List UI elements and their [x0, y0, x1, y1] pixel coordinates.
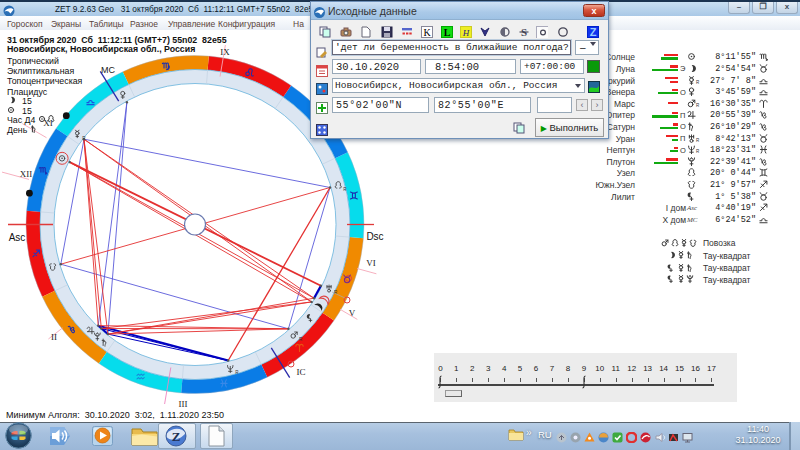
- svg-text:V: V: [349, 308, 356, 318]
- svg-text:Asc: Asc: [9, 232, 26, 243]
- svg-text:Z: Z: [172, 429, 181, 444]
- svg-text:K: K: [423, 27, 431, 38]
- svg-text:VI: VI: [366, 258, 376, 268]
- svg-text:МС: МС: [101, 65, 115, 75]
- svg-text:XII: XII: [20, 169, 33, 179]
- svg-text:IX: IX: [220, 47, 230, 57]
- svg-text:Z: Z: [590, 26, 597, 38]
- svg-text:II: II: [51, 332, 57, 342]
- svg-text:III: III: [179, 399, 188, 409]
- svg-text:IC: IC: [297, 367, 306, 377]
- svg-text:Dsc: Dsc: [366, 231, 383, 242]
- svg-text:H: H: [462, 28, 470, 38]
- svg-text:L: L: [444, 27, 451, 38]
